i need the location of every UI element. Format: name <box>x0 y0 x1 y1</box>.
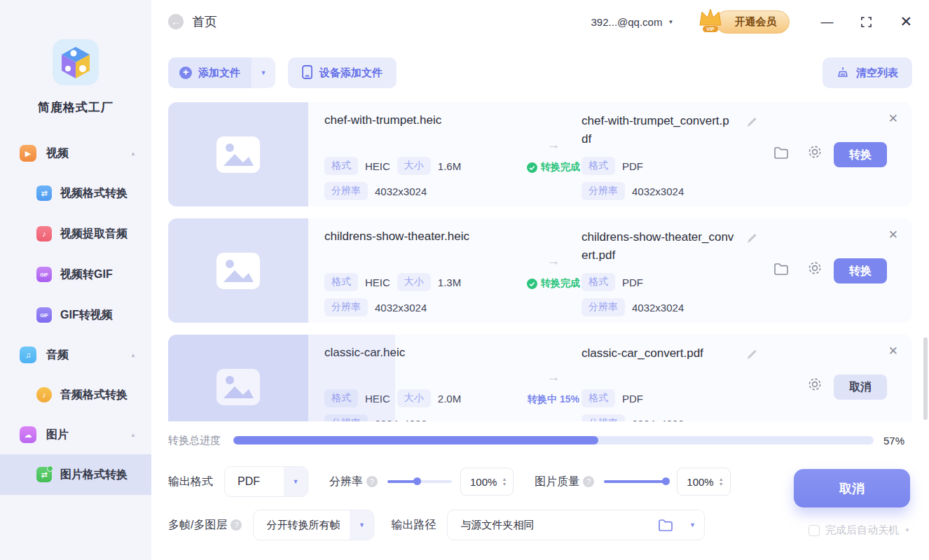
sidebar-item-gif-to-video[interactable]: GIF GIF转视频 <box>0 295 151 335</box>
chevron-down-icon: ▼ <box>680 510 704 540</box>
app-name: 简鹿格式工厂 <box>0 99 151 115</box>
chevron-down-icon: ▼ <box>350 510 373 540</box>
app-window: 简鹿格式工厂 ▶ 视频 ▲ ⇄ 视频格式转换 ♪ 视频提取音频 GIF 视频转G… <box>0 0 929 560</box>
scrollbar-thumb[interactable] <box>923 337 928 420</box>
vip-crown-icon: VIP <box>694 6 727 37</box>
resolution-badge: 分辨率 <box>582 414 625 421</box>
collapse-arrow-icon[interactable]: ▲ <box>130 352 136 358</box>
sidebar-item-video-extract-audio[interactable]: ♪ 视频提取音频 <box>0 214 151 254</box>
open-folder-icon[interactable] <box>773 262 789 279</box>
edit-name-icon[interactable] <box>746 232 758 247</box>
collapse-arrow-icon[interactable]: ▲ <box>130 150 136 157</box>
source-resolution: 4032x3024 <box>375 302 427 314</box>
remove-file-icon[interactable]: ✕ <box>888 344 898 358</box>
status-label: 转换中 15% <box>518 393 589 406</box>
remove-file-icon[interactable]: ✕ <box>888 111 898 126</box>
image-placeholder-icon <box>216 253 260 289</box>
gear-icon[interactable] <box>807 377 823 395</box>
folder-icon[interactable] <box>658 519 673 532</box>
image-icon: ☁ <box>20 426 36 443</box>
stepper-arrows-icon[interactable]: ▲▼ <box>719 477 724 486</box>
convert-button[interactable]: 转换 <box>834 142 887 167</box>
main-content: ← 首页 392...@qq.com ▼ VIP 开通会员 — <box>151 0 929 560</box>
check-circle-icon <box>527 162 537 173</box>
cancel-all-button[interactable]: 取消 <box>794 469 910 507</box>
format-badge: 格式 <box>582 157 615 175</box>
resolution-badge: 分辨率 <box>582 298 625 316</box>
convert-button[interactable]: 转换 <box>834 258 887 284</box>
shutdown-checkbox[interactable] <box>808 525 820 536</box>
sidebar: 简鹿格式工厂 ▶ 视频 ▲ ⇄ 视频格式转换 ♪ 视频提取音频 GIF 视频转G… <box>0 0 151 560</box>
resolution-badge: 分辨率 <box>324 182 368 200</box>
arrow-right-icon: → <box>518 370 589 385</box>
video-extract-audio-icon: ♪ <box>36 226 52 241</box>
cancel-row-button[interactable]: 取消 <box>834 374 887 400</box>
resolution-stepper[interactable]: 100% ▲▼ <box>460 468 514 496</box>
resolution-slider[interactable] <box>387 480 452 483</box>
help-icon[interactable]: ? <box>366 476 378 487</box>
output-format-select[interactable]: PDF ▼ <box>224 466 308 497</box>
resolution-badge: 分辨率 <box>582 182 625 200</box>
file-list: chef-with-trumpet.heic 格式 HEIC 大小 1.6M 分… <box>168 102 912 421</box>
vip-upgrade-button[interactable]: VIP 开通会员 <box>694 6 790 37</box>
stepper-arrows-icon[interactable]: ▲▼ <box>502 477 507 486</box>
sidebar-item-audio-convert[interactable]: ♪ 音频格式转换 <box>0 374 151 415</box>
file-row: chef-with-trumpet.heic 格式 HEIC 大小 1.6M 分… <box>168 102 912 206</box>
source-size: 1.3M <box>438 276 461 288</box>
open-folder-icon[interactable] <box>773 146 789 162</box>
close-button[interactable]: ✕ <box>900 13 912 30</box>
source-format: HEIC <box>365 160 390 172</box>
output-path-select[interactable]: 与源文件夹相同 ▼ <box>447 510 705 540</box>
sidebar-item-image-convert[interactable]: ⇄ 图片格式转换 <box>0 454 151 495</box>
resolution-badge: 分辨率 <box>324 298 368 316</box>
slider-thumb[interactable] <box>662 477 670 485</box>
remove-file-icon[interactable]: ✕ <box>888 227 898 242</box>
edit-name-icon[interactable] <box>746 116 758 131</box>
add-files-dropdown[interactable]: ▼ <box>252 57 275 88</box>
back-button[interactable]: ← <box>168 14 184 29</box>
add-files-button[interactable]: + 添加文件 ▼ <box>168 57 275 88</box>
output-format-label: 输出格式 <box>168 475 213 489</box>
format-badge: 格式 <box>324 157 358 175</box>
account-menu[interactable]: 392...@qq.com ▼ <box>591 16 674 28</box>
multiframe-select[interactable]: 分开转换所有帧 ▼ <box>253 510 374 540</box>
multiframe-label: 多帧/多图层 <box>168 518 227 533</box>
chevron-down-icon: ▼ <box>668 19 673 25</box>
sidebar-group-audio[interactable]: ♫ 音频 ▲ <box>0 335 151 374</box>
gear-icon[interactable] <box>807 144 823 162</box>
quality-slider[interactable] <box>604 480 668 483</box>
auto-shutdown-option[interactable]: 完成后自动关机 ▼ <box>808 524 910 537</box>
collapse-arrow-icon[interactable]: ▲ <box>130 432 136 438</box>
help-icon[interactable]: ? <box>230 519 242 531</box>
edit-name-icon[interactable] <box>746 349 758 363</box>
slider-thumb[interactable] <box>413 477 421 485</box>
clear-list-button[interactable]: 清空列表 <box>823 57 912 88</box>
sidebar-item-video-to-gif[interactable]: GIF 视频转GIF <box>0 254 151 295</box>
add-from-device-button[interactable]: 设备添加文件 <box>288 57 397 88</box>
sidebar-group-video[interactable]: ▶ 视频 ▲ <box>0 134 151 173</box>
app-logo-icon <box>53 76 99 88</box>
page-title: 首页 <box>192 13 217 30</box>
minimize-button[interactable]: — <box>820 15 833 29</box>
check-circle-icon <box>527 279 537 289</box>
maximize-button[interactable] <box>861 17 872 27</box>
sidebar-group-image[interactable]: ☁ 图片 ▲ <box>0 415 151 454</box>
audio-icon: ♫ <box>20 346 36 363</box>
format-badge: 格式 <box>324 273 358 291</box>
source-resolution: 3024x4032 <box>375 418 427 422</box>
sidebar-item-video-convert[interactable]: ⇄ 视频格式转换 <box>0 173 151 214</box>
quality-stepper[interactable]: 100% ▲▼ <box>677 468 730 496</box>
gear-icon[interactable] <box>807 260 823 279</box>
broom-icon <box>837 66 849 80</box>
gif-to-video-icon: GIF <box>36 307 52 323</box>
progress-track <box>233 436 874 444</box>
image-convert-icon: ⇄ <box>36 467 52 482</box>
toolbar: + 添加文件 ▼ 设备添加文件 <box>168 57 912 88</box>
sidebar-menu: ▶ 视频 ▲ ⇄ 视频格式转换 ♪ 视频提取音频 GIF 视频转GIF GIF … <box>0 134 151 495</box>
file-row: childrens-show-theater.heic 格式 HEIC 大小 1… <box>168 218 912 323</box>
file-thumbnail <box>168 335 308 421</box>
help-icon[interactable]: ? <box>583 476 594 487</box>
chevron-down-icon: ▼ <box>284 467 308 496</box>
output-format: PDF <box>622 276 643 288</box>
source-format: HEIC <box>365 393 390 405</box>
